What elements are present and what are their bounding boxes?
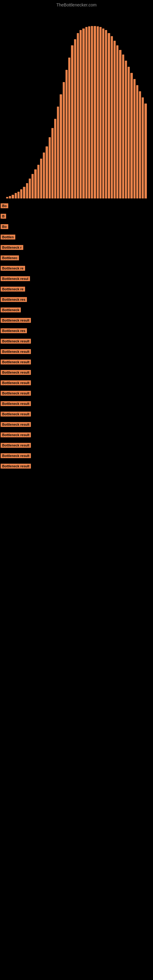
bar-item — [49, 137, 51, 199]
bar-item — [97, 26, 99, 199]
bar-item — [46, 146, 48, 199]
bar-item — [65, 70, 68, 199]
bar-item — [111, 36, 113, 199]
bar-item — [71, 45, 73, 199]
bar-item — [116, 45, 118, 199]
result-item: Bottleneck result — [0, 431, 153, 441]
bar-item — [9, 196, 11, 199]
result-item: B — [0, 212, 153, 222]
bar-item — [43, 153, 45, 199]
bar-item — [85, 27, 88, 199]
bar-chart — [0, 21, 153, 199]
bar-item — [77, 33, 79, 199]
result-item: Bottleneck result — [0, 462, 153, 472]
bottleneck-result-label: Bottlenec — [1, 255, 19, 260]
result-item: Bottleneck result — [0, 347, 153, 357]
result-item: Bottlen — [0, 233, 153, 243]
bottleneck-result-label: Bottleneck result — [1, 433, 31, 438]
bar-item — [119, 50, 121, 199]
results-container: BoBBoBottlenBottleneck rBottlenecBottlen… — [0, 199, 153, 475]
bar-item — [60, 94, 62, 199]
bottleneck-result-label: Bottleneck result — [1, 453, 31, 458]
bottleneck-result-label: Bottleneck result — [1, 412, 31, 417]
bar-item — [6, 197, 8, 199]
bottleneck-result-label: Bottleneck re — [1, 266, 25, 271]
bar-item — [144, 103, 147, 199]
bottleneck-result-label: Bottlen — [1, 235, 15, 240]
result-item: Bottleneck result — [0, 410, 153, 420]
bottleneck-result-label: Bottleneck result — [1, 370, 31, 375]
bar-item — [113, 41, 116, 199]
bar-item — [142, 97, 144, 199]
bottleneck-result-label: Bottleneck result — [1, 339, 31, 344]
result-item: Bottleneck r — [0, 243, 153, 253]
result-item: Bottlenec — [0, 254, 153, 263]
bar-item — [32, 174, 33, 199]
bottleneck-result-label: Bottleneck result — [1, 464, 31, 469]
result-item: Bottleneck result — [0, 452, 153, 461]
bar-item — [18, 192, 19, 199]
bar-item — [94, 26, 96, 199]
bottleneck-result-label: Bottleneck res — [1, 328, 27, 333]
result-item: Bottleneck res — [0, 295, 153, 305]
bar-item — [37, 165, 40, 199]
bottleneck-result-label: Bottleneck result — [1, 391, 31, 396]
result-item: Bottleneck result — [0, 358, 153, 368]
bar-item — [108, 33, 110, 199]
result-item: Bottleneck res — [0, 326, 153, 336]
bar-item — [20, 189, 22, 199]
bottleneck-result-label: B — [1, 214, 6, 219]
site-title: TheBottlenecker.com — [0, 0, 153, 9]
bar-item — [91, 26, 93, 199]
bottleneck-result-label: Bottleneck result — [1, 443, 31, 448]
result-item: Bo — [0, 202, 153, 211]
bottleneck-result-label: Bottleneck res — [1, 297, 27, 302]
result-item: Bottleneck — [0, 305, 153, 315]
bar-item — [23, 187, 25, 199]
bar-item — [82, 29, 84, 199]
result-item: Bottleneck result — [0, 379, 153, 388]
bar-item — [34, 169, 37, 199]
bar-item — [134, 79, 135, 199]
bar-item — [74, 39, 76, 199]
bar-item — [68, 57, 70, 199]
result-item: Bottleneck result — [0, 316, 153, 326]
bottleneck-result-label: Bottleneck result — [1, 422, 31, 427]
bottleneck-result-label: Bottleneck re — [1, 286, 25, 291]
bar-item — [131, 73, 132, 199]
result-item: Bottleneck re — [0, 264, 153, 274]
bar-item — [51, 128, 54, 199]
bar-item — [128, 67, 130, 199]
result-item: Bottleneck re — [0, 285, 153, 294]
bar-item — [136, 85, 138, 199]
bar-item — [40, 159, 42, 199]
bar-item — [12, 195, 14, 199]
result-item: Bottleneck result — [0, 337, 153, 347]
bar-item — [63, 82, 65, 199]
bar-item — [54, 119, 56, 199]
bar-item — [57, 107, 59, 199]
result-item: Bo — [0, 222, 153, 232]
result-item: Bottleneck result — [0, 368, 153, 378]
bottleneck-result-label: Bottleneck result — [1, 380, 31, 385]
bottleneck-result-label: Bottleneck r — [1, 245, 23, 250]
result-item: Bottleneck result — [0, 389, 153, 399]
bottleneck-result-label: Bo — [1, 224, 8, 229]
bar-item — [102, 29, 104, 199]
result-item: Bottleneck result — [0, 399, 153, 409]
result-item: Bottleneck result — [0, 441, 153, 451]
bar-item — [125, 60, 127, 199]
bar-item — [122, 54, 124, 199]
bottleneck-result-label: Bottleneck result — [1, 360, 31, 364]
bottleneck-result-label: Bottleneck resul — [1, 276, 30, 281]
bar-item — [29, 178, 31, 199]
bottleneck-result-label: Bottleneck result — [1, 318, 31, 323]
bottleneck-result-label: Bo — [1, 204, 8, 208]
bottleneck-result-label: Bottleneck result — [1, 401, 31, 406]
bottleneck-result-label: Bottleneck — [1, 307, 21, 312]
chart-area — [0, 9, 153, 199]
bar-item — [26, 183, 28, 199]
bar-item — [80, 30, 82, 199]
result-item: Bottleneck resul — [0, 274, 153, 284]
bar-item — [88, 26, 90, 199]
